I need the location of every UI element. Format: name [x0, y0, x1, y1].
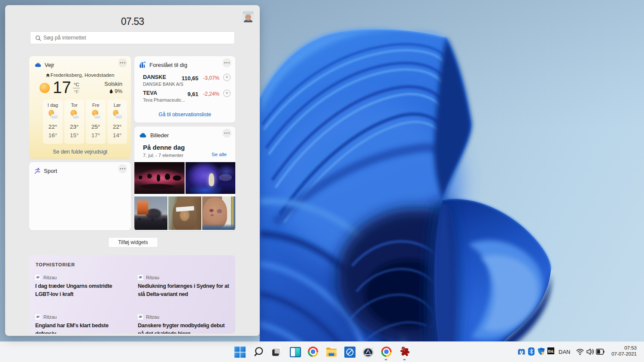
svg-text:B&: B&: [548, 349, 554, 353]
